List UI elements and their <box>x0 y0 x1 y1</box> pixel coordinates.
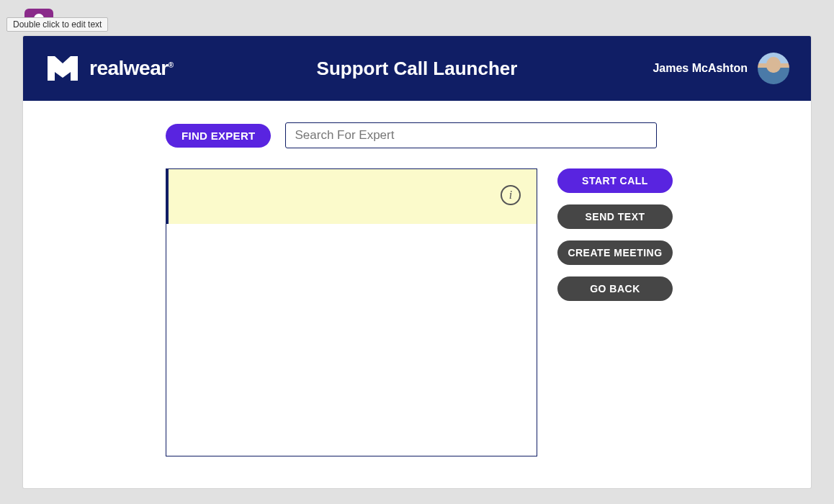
find-expert-button[interactable]: FIND EXPERT <box>166 124 271 148</box>
body-area: FIND EXPERT i START CALL SEND TEXT CREAT… <box>23 101 811 471</box>
search-row: FIND EXPERT <box>166 122 768 148</box>
info-icon[interactable]: i <box>501 185 521 205</box>
user-area[interactable]: James McAshton <box>653 53 789 84</box>
start-call-button[interactable]: START CALL <box>557 168 673 193</box>
page-title: Support Call Launcher <box>317 58 518 80</box>
app-window: realwear® Support Call Launcher James Mc… <box>23 36 811 488</box>
realwear-logo-icon <box>45 53 81 84</box>
create-meeting-button[interactable]: CREATE MEETING <box>557 240 673 265</box>
avatar[interactable] <box>758 53 789 84</box>
results-panel: i <box>166 168 537 456</box>
brand-name: realwear® <box>89 57 174 80</box>
user-name: James McAshton <box>653 62 748 75</box>
action-column: START CALL SEND TEXT CREATE MEETING GO B… <box>557 168 673 456</box>
content-row: i START CALL SEND TEXT CREATE MEETING GO… <box>166 168 768 456</box>
edit-tooltip: Double click to edit text <box>6 17 108 32</box>
search-input[interactable] <box>285 122 657 148</box>
go-back-button[interactable]: GO BACK <box>557 276 673 301</box>
result-item[interactable]: i <box>166 169 537 224</box>
app-header: realwear® Support Call Launcher James Mc… <box>23 36 811 101</box>
send-text-button[interactable]: SEND TEXT <box>557 204 673 229</box>
brand-logo: realwear® <box>45 53 174 84</box>
